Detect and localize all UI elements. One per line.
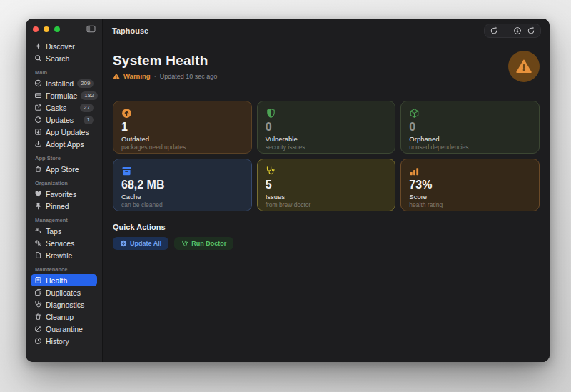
sidebar-item-installed[interactable]: Installed 209 <box>31 77 97 89</box>
sidebar-item-duplicates[interactable]: Duplicates <box>31 286 97 298</box>
sidebar-item-diagnostics[interactable]: Diagnostics <box>31 298 97 311</box>
check-circle-icon <box>34 79 42 87</box>
sidebar-item-label: App Updates <box>46 128 89 136</box>
card-orphaned[interactable]: 0 Orphaned unused dependencies <box>400 101 540 154</box>
window-controls <box>33 26 60 32</box>
health-status-indicator <box>508 51 540 82</box>
button-label: Update All <box>130 240 161 247</box>
status-row: Warning · Updated 10 sec ago <box>113 72 217 80</box>
download-circle-icon[interactable] <box>513 26 522 35</box>
sidebar-item-label: Updates <box>46 116 74 124</box>
status-separator: · <box>154 73 156 80</box>
sidebar-item-services[interactable]: Services <box>31 237 97 249</box>
card-value: 73% <box>409 179 531 191</box>
card-cache[interactable]: 68,2 MB Cache can be cleaned <box>113 159 252 211</box>
sidebar-item-updates[interactable]: Updates 1 <box>31 114 97 126</box>
search-icon <box>34 54 42 62</box>
zoom-window-button[interactable] <box>54 26 60 32</box>
gears-icon <box>34 239 42 247</box>
clock-icon <box>34 337 42 345</box>
update-all-button[interactable]: Update All <box>113 237 168 250</box>
sidebar-item-label: Search <box>46 54 69 63</box>
sidebar-item-formulae[interactable]: Formulae 182 <box>31 89 97 101</box>
card-label: Vulnerable <box>266 135 388 143</box>
card-value: 0 <box>266 121 388 133</box>
arrow-up-circle-icon <box>121 108 243 119</box>
sidebar-item-health[interactable]: Health <box>31 274 97 286</box>
sidebar-section-label: Management <box>35 217 97 223</box>
quick-actions-title: Quick Actions <box>113 223 540 231</box>
button-label: Run Doctor <box>191 240 226 247</box>
toolbar-separator <box>503 31 508 31</box>
sidebar-item-history[interactable]: History <box>31 335 97 347</box>
minimize-window-button[interactable] <box>44 26 49 32</box>
reload-icon[interactable] <box>527 26 535 35</box>
sidebar-item-quarantine[interactable]: Quarantine <box>31 323 97 335</box>
card-value: 0 <box>409 121 531 133</box>
sidebar-item-label: Duplicates <box>46 288 81 297</box>
card-subtitle: packages need updates <box>121 144 243 151</box>
heart-icon <box>34 190 42 198</box>
toolbar <box>484 24 541 38</box>
close-window-button[interactable] <box>33 26 39 32</box>
app-window: Discover Search Main Installed 209 Formu… <box>26 19 550 362</box>
sidebar-item-taps[interactable]: Taps <box>31 225 97 237</box>
sidebar-item-label: Services <box>46 239 74 248</box>
sidebar-item-label: Formulae <box>46 91 77 100</box>
card-outdated[interactable]: 1 Outdated packages need updates <box>113 101 252 154</box>
faucet-icon <box>34 227 42 235</box>
sidebar-item-label: Brewfile <box>46 251 72 260</box>
sidebar-item-adopt-apps[interactable]: Adopt Apps <box>31 138 97 150</box>
card-vulnerable[interactable]: 0 Vulnerable security issues <box>257 101 396 154</box>
card-issues[interactable]: 5 Issues from brew doctor <box>257 159 396 211</box>
quick-actions-row: Update All Run Doctor <box>113 237 540 250</box>
card-label: Score <box>409 193 531 201</box>
sidebar-item-label: Adopt Apps <box>46 140 84 149</box>
page-title: System Health <box>113 53 217 69</box>
sidebar-item-search[interactable]: Search <box>31 52 97 64</box>
card-subtitle: security issues <box>266 144 388 151</box>
sidebar-item-discover[interactable]: Discover <box>31 40 97 52</box>
trash-icon <box>34 313 42 321</box>
card-subtitle: can be cleaned <box>121 201 243 208</box>
sidebar-section-label: App Store <box>35 155 97 161</box>
sidebar-item-cleanup[interactable]: Cleanup <box>31 311 97 323</box>
sidebar-item-label: Taps <box>46 227 61 236</box>
card-label: Orphaned <box>409 135 531 143</box>
quick-actions-section: Quick Actions Update All Run Doctor <box>113 223 540 250</box>
sidebar-item-label: Casks <box>46 104 66 112</box>
sidebar-item-brewfile[interactable]: Brewfile <box>31 249 97 261</box>
header-divider <box>113 91 540 91</box>
card-subtitle: unused dependencies <box>409 144 531 151</box>
card-score[interactable]: 73% Score health rating <box>400 159 540 211</box>
card-label: Outdated <box>121 135 243 143</box>
sidebar-section-label: Organization <box>35 180 97 186</box>
slash-circle-icon <box>34 325 42 333</box>
pin-icon <box>34 202 42 210</box>
sidebar-item-favorites[interactable]: Favorites <box>31 188 97 200</box>
sidebar-toggle-icon[interactable] <box>86 25 96 33</box>
bag-icon <box>34 165 42 173</box>
sidebar-item-label: Cleanup <box>46 313 74 321</box>
copy-icon <box>34 288 42 296</box>
app-update-icon <box>34 128 42 136</box>
sidebar-section-label: Main <box>35 69 97 76</box>
main-content: Taphouse System Health Warning · Updated… <box>103 19 550 362</box>
run-doctor-button[interactable]: Run Doctor <box>174 237 233 250</box>
health-clipboard-icon <box>34 276 42 284</box>
count-badge: 27 <box>80 104 94 112</box>
card-value: 5 <box>266 179 388 191</box>
square-arrow-icon <box>34 104 42 111</box>
card-label: Issues <box>266 193 388 201</box>
page-content: System Health Warning · Updated 10 sec a… <box>103 41 550 362</box>
download-tray-icon <box>34 140 42 148</box>
sidebar-item-pinned[interactable]: Pinned <box>31 200 97 212</box>
sidebar-item-casks[interactable]: Casks 27 <box>31 101 97 114</box>
card-value: 68,2 MB <box>121 179 243 191</box>
refresh-icon[interactable] <box>490 26 498 35</box>
stethoscope-icon <box>181 240 188 247</box>
sidebar-item-app-store[interactable]: App Store <box>31 163 97 175</box>
sidebar-item-label: Discover <box>46 42 75 51</box>
document-icon <box>34 251 42 259</box>
sidebar-item-app-updates[interactable]: App Updates <box>31 126 97 138</box>
